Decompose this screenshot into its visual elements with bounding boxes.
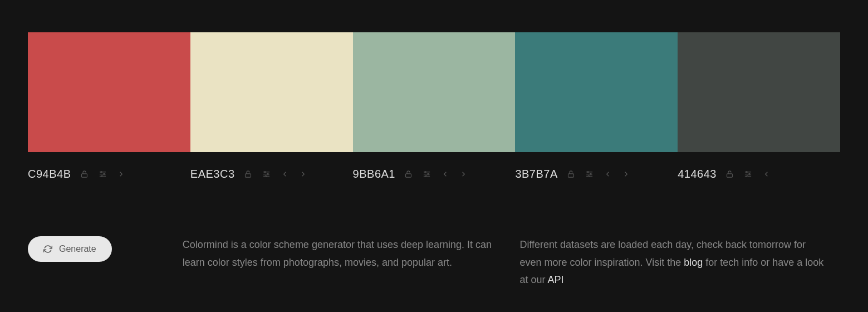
swatch-4[interactable]	[678, 32, 840, 152]
svg-point-18	[425, 172, 426, 173]
swatch-1[interactable]	[190, 32, 353, 152]
svg-point-4	[100, 172, 102, 173]
svg-point-19	[428, 173, 429, 175]
chevron-left-icon[interactable]	[279, 169, 290, 179]
adjust-icon[interactable]	[743, 169, 753, 179]
svg-point-27	[588, 176, 590, 177]
datasets-column: Different datasets are loaded each day, …	[519, 236, 840, 289]
hex-code: C94B4B	[28, 168, 71, 181]
chevron-left-icon[interactable]	[602, 169, 613, 179]
svg-rect-28	[727, 174, 732, 177]
chevron-left-icon[interactable]	[440, 169, 450, 179]
svg-rect-21	[568, 174, 573, 177]
description-text: Colormind is a color scheme generator th…	[183, 236, 492, 271]
svg-point-11	[264, 172, 266, 173]
svg-point-34	[747, 176, 748, 177]
svg-point-25	[587, 172, 589, 173]
hex-code: 9BB6A1	[353, 168, 395, 181]
svg-point-32	[746, 172, 748, 173]
lock-icon[interactable]	[403, 169, 414, 179]
generate-button[interactable]: Generate	[28, 236, 112, 262]
labels-row: C94B4BEAE3C39BB6A13B7B7A414643	[28, 168, 840, 181]
lock-icon[interactable]	[566, 169, 576, 179]
hex-code: EAE3C3	[190, 168, 235, 181]
svg-rect-14	[405, 174, 411, 177]
svg-point-5	[103, 173, 105, 175]
chevron-right-icon[interactable]	[116, 169, 126, 179]
chevron-right-icon[interactable]	[621, 169, 631, 179]
swatch-label: 9BB6A1	[353, 168, 516, 181]
swatch-2[interactable]	[353, 32, 516, 152]
swatch-3[interactable]	[515, 32, 678, 152]
svg-rect-0	[81, 174, 87, 177]
svg-point-20	[425, 176, 427, 177]
svg-point-26	[590, 173, 592, 175]
description-column: Colormind is a color scheme generator th…	[183, 236, 520, 289]
datasets-text: Different datasets are loaded each day, …	[519, 236, 829, 289]
chevron-right-icon[interactable]	[298, 169, 308, 179]
blog-link[interactable]: blog	[684, 257, 703, 268]
svg-rect-7	[245, 174, 251, 177]
adjust-icon[interactable]	[261, 169, 272, 179]
lock-icon[interactable]	[724, 169, 735, 179]
lock-icon[interactable]	[243, 169, 253, 179]
adjust-icon[interactable]	[97, 169, 108, 179]
svg-point-13	[265, 176, 267, 177]
swatch-label: EAE3C3	[190, 168, 353, 181]
footer-row: Generate Colormind is a color scheme gen…	[28, 236, 840, 289]
generate-label: Generate	[59, 244, 96, 254]
adjust-icon[interactable]	[584, 169, 595, 179]
svg-point-33	[749, 173, 751, 175]
palette-row	[28, 32, 840, 152]
hex-code: 414643	[678, 168, 717, 181]
swatch-label: 414643	[678, 168, 840, 181]
swatch-label: 3B7B7A	[515, 168, 678, 181]
swatch-0[interactable]	[28, 32, 190, 152]
svg-point-6	[101, 176, 103, 177]
generate-column: Generate	[28, 236, 183, 289]
api-link[interactable]: API	[547, 274, 563, 285]
adjust-icon[interactable]	[421, 169, 432, 179]
hex-code: 3B7B7A	[515, 168, 557, 181]
chevron-left-icon[interactable]	[761, 169, 772, 179]
lock-icon[interactable]	[79, 169, 90, 179]
chevron-right-icon[interactable]	[458, 169, 469, 179]
refresh-icon	[43, 245, 52, 254]
swatch-label: C94B4B	[28, 168, 190, 181]
svg-point-12	[267, 173, 268, 175]
